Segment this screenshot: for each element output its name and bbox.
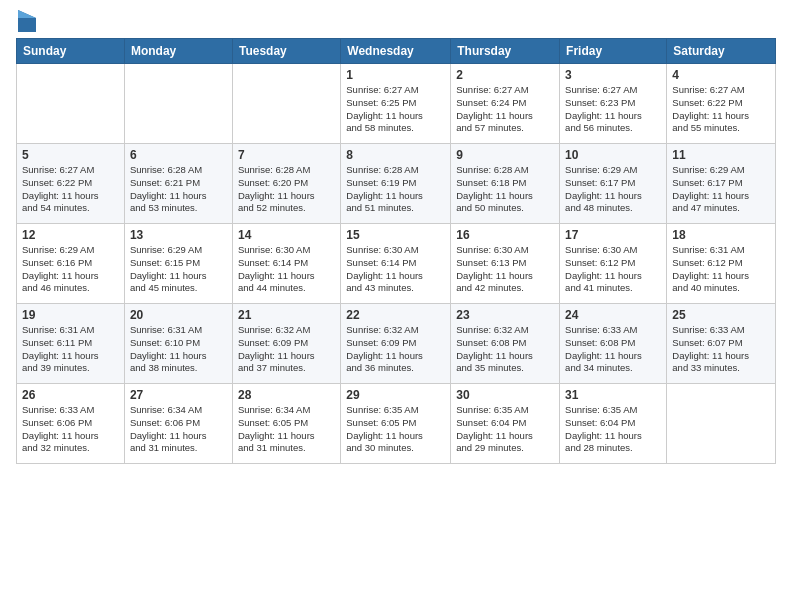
day-number: 13: [130, 228, 227, 242]
day-cell-23: 23Sunrise: 6:32 AM Sunset: 6:08 PM Dayli…: [451, 304, 560, 384]
day-number: 26: [22, 388, 119, 402]
day-cell-3: 3Sunrise: 6:27 AM Sunset: 6:23 PM Daylig…: [560, 64, 667, 144]
day-number: 9: [456, 148, 554, 162]
day-cell-27: 27Sunrise: 6:34 AM Sunset: 6:06 PM Dayli…: [124, 384, 232, 464]
weekday-header-row: SundayMondayTuesdayWednesdayThursdayFrid…: [17, 39, 776, 64]
day-cell-7: 7Sunrise: 6:28 AM Sunset: 6:20 PM Daylig…: [232, 144, 340, 224]
day-info: Sunrise: 6:34 AM Sunset: 6:06 PM Dayligh…: [130, 404, 227, 455]
day-number: 30: [456, 388, 554, 402]
day-info: Sunrise: 6:30 AM Sunset: 6:14 PM Dayligh…: [238, 244, 335, 295]
day-cell-26: 26Sunrise: 6:33 AM Sunset: 6:06 PM Dayli…: [17, 384, 125, 464]
day-info: Sunrise: 6:28 AM Sunset: 6:19 PM Dayligh…: [346, 164, 445, 215]
day-info: Sunrise: 6:27 AM Sunset: 6:22 PM Dayligh…: [22, 164, 119, 215]
day-info: Sunrise: 6:27 AM Sunset: 6:25 PM Dayligh…: [346, 84, 445, 135]
day-number: 22: [346, 308, 445, 322]
weekday-header-wednesday: Wednesday: [341, 39, 451, 64]
day-cell-1: 1Sunrise: 6:27 AM Sunset: 6:25 PM Daylig…: [341, 64, 451, 144]
day-number: 20: [130, 308, 227, 322]
day-cell-11: 11Sunrise: 6:29 AM Sunset: 6:17 PM Dayli…: [667, 144, 776, 224]
day-number: 6: [130, 148, 227, 162]
day-cell-31: 31Sunrise: 6:35 AM Sunset: 6:04 PM Dayli…: [560, 384, 667, 464]
day-number: 29: [346, 388, 445, 402]
day-cell-4: 4Sunrise: 6:27 AM Sunset: 6:22 PM Daylig…: [667, 64, 776, 144]
day-number: 16: [456, 228, 554, 242]
day-info: Sunrise: 6:35 AM Sunset: 6:04 PM Dayligh…: [565, 404, 661, 455]
empty-cell: [232, 64, 340, 144]
day-cell-2: 2Sunrise: 6:27 AM Sunset: 6:24 PM Daylig…: [451, 64, 560, 144]
day-info: Sunrise: 6:33 AM Sunset: 6:08 PM Dayligh…: [565, 324, 661, 375]
day-cell-19: 19Sunrise: 6:31 AM Sunset: 6:11 PM Dayli…: [17, 304, 125, 384]
day-number: 2: [456, 68, 554, 82]
day-cell-16: 16Sunrise: 6:30 AM Sunset: 6:13 PM Dayli…: [451, 224, 560, 304]
day-cell-22: 22Sunrise: 6:32 AM Sunset: 6:09 PM Dayli…: [341, 304, 451, 384]
page: SundayMondayTuesdayWednesdayThursdayFrid…: [0, 0, 792, 612]
day-number: 27: [130, 388, 227, 402]
day-number: 25: [672, 308, 770, 322]
day-info: Sunrise: 6:33 AM Sunset: 6:06 PM Dayligh…: [22, 404, 119, 455]
day-cell-8: 8Sunrise: 6:28 AM Sunset: 6:19 PM Daylig…: [341, 144, 451, 224]
day-info: Sunrise: 6:29 AM Sunset: 6:17 PM Dayligh…: [565, 164, 661, 215]
day-number: 7: [238, 148, 335, 162]
day-number: 8: [346, 148, 445, 162]
calendar-week-5: 26Sunrise: 6:33 AM Sunset: 6:06 PM Dayli…: [17, 384, 776, 464]
day-cell-18: 18Sunrise: 6:31 AM Sunset: 6:12 PM Dayli…: [667, 224, 776, 304]
day-number: 14: [238, 228, 335, 242]
day-number: 3: [565, 68, 661, 82]
empty-cell: [124, 64, 232, 144]
day-info: Sunrise: 6:28 AM Sunset: 6:18 PM Dayligh…: [456, 164, 554, 215]
day-info: Sunrise: 6:29 AM Sunset: 6:15 PM Dayligh…: [130, 244, 227, 295]
day-info: Sunrise: 6:35 AM Sunset: 6:05 PM Dayligh…: [346, 404, 445, 455]
day-cell-15: 15Sunrise: 6:30 AM Sunset: 6:14 PM Dayli…: [341, 224, 451, 304]
calendar-table: SundayMondayTuesdayWednesdayThursdayFrid…: [16, 38, 776, 464]
weekday-header-thursday: Thursday: [451, 39, 560, 64]
day-number: 18: [672, 228, 770, 242]
day-info: Sunrise: 6:32 AM Sunset: 6:09 PM Dayligh…: [238, 324, 335, 375]
day-cell-21: 21Sunrise: 6:32 AM Sunset: 6:09 PM Dayli…: [232, 304, 340, 384]
day-cell-14: 14Sunrise: 6:30 AM Sunset: 6:14 PM Dayli…: [232, 224, 340, 304]
logo: [16, 14, 36, 32]
weekday-header-tuesday: Tuesday: [232, 39, 340, 64]
svg-marker-1: [18, 10, 36, 18]
day-number: 21: [238, 308, 335, 322]
day-cell-9: 9Sunrise: 6:28 AM Sunset: 6:18 PM Daylig…: [451, 144, 560, 224]
day-info: Sunrise: 6:27 AM Sunset: 6:24 PM Dayligh…: [456, 84, 554, 135]
day-info: Sunrise: 6:27 AM Sunset: 6:22 PM Dayligh…: [672, 84, 770, 135]
day-info: Sunrise: 6:35 AM Sunset: 6:04 PM Dayligh…: [456, 404, 554, 455]
day-number: 23: [456, 308, 554, 322]
day-info: Sunrise: 6:34 AM Sunset: 6:05 PM Dayligh…: [238, 404, 335, 455]
day-info: Sunrise: 6:31 AM Sunset: 6:11 PM Dayligh…: [22, 324, 119, 375]
weekday-header-friday: Friday: [560, 39, 667, 64]
day-cell-20: 20Sunrise: 6:31 AM Sunset: 6:10 PM Dayli…: [124, 304, 232, 384]
day-cell-13: 13Sunrise: 6:29 AM Sunset: 6:15 PM Dayli…: [124, 224, 232, 304]
logo-icon: [18, 10, 36, 32]
day-number: 31: [565, 388, 661, 402]
day-number: 10: [565, 148, 661, 162]
day-number: 15: [346, 228, 445, 242]
empty-cell: [667, 384, 776, 464]
day-number: 17: [565, 228, 661, 242]
day-cell-29: 29Sunrise: 6:35 AM Sunset: 6:05 PM Dayli…: [341, 384, 451, 464]
day-info: Sunrise: 6:28 AM Sunset: 6:20 PM Dayligh…: [238, 164, 335, 215]
empty-cell: [17, 64, 125, 144]
day-info: Sunrise: 6:32 AM Sunset: 6:08 PM Dayligh…: [456, 324, 554, 375]
day-cell-12: 12Sunrise: 6:29 AM Sunset: 6:16 PM Dayli…: [17, 224, 125, 304]
day-info: Sunrise: 6:32 AM Sunset: 6:09 PM Dayligh…: [346, 324, 445, 375]
day-info: Sunrise: 6:29 AM Sunset: 6:16 PM Dayligh…: [22, 244, 119, 295]
day-number: 24: [565, 308, 661, 322]
day-info: Sunrise: 6:31 AM Sunset: 6:10 PM Dayligh…: [130, 324, 227, 375]
day-cell-17: 17Sunrise: 6:30 AM Sunset: 6:12 PM Dayli…: [560, 224, 667, 304]
day-cell-24: 24Sunrise: 6:33 AM Sunset: 6:08 PM Dayli…: [560, 304, 667, 384]
day-cell-30: 30Sunrise: 6:35 AM Sunset: 6:04 PM Dayli…: [451, 384, 560, 464]
day-number: 28: [238, 388, 335, 402]
day-cell-28: 28Sunrise: 6:34 AM Sunset: 6:05 PM Dayli…: [232, 384, 340, 464]
day-number: 4: [672, 68, 770, 82]
day-info: Sunrise: 6:29 AM Sunset: 6:17 PM Dayligh…: [672, 164, 770, 215]
day-cell-5: 5Sunrise: 6:27 AM Sunset: 6:22 PM Daylig…: [17, 144, 125, 224]
calendar-week-4: 19Sunrise: 6:31 AM Sunset: 6:11 PM Dayli…: [17, 304, 776, 384]
day-number: 1: [346, 68, 445, 82]
calendar-week-2: 5Sunrise: 6:27 AM Sunset: 6:22 PM Daylig…: [17, 144, 776, 224]
day-cell-10: 10Sunrise: 6:29 AM Sunset: 6:17 PM Dayli…: [560, 144, 667, 224]
day-info: Sunrise: 6:27 AM Sunset: 6:23 PM Dayligh…: [565, 84, 661, 135]
day-info: Sunrise: 6:33 AM Sunset: 6:07 PM Dayligh…: [672, 324, 770, 375]
day-info: Sunrise: 6:28 AM Sunset: 6:21 PM Dayligh…: [130, 164, 227, 215]
